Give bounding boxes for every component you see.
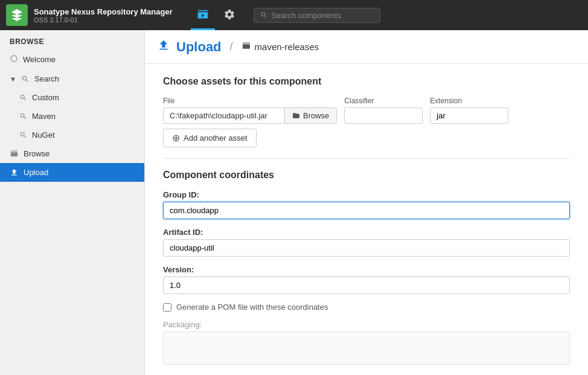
- chevron-down-icon: ▼: [10, 75, 16, 83]
- file-field-group: File C:\fakepath\cloudapp-util.jar Brows…: [163, 97, 337, 124]
- sidebar-item-custom-label: Custom: [32, 93, 59, 102]
- sidebar-item-upload-label: Upload: [24, 168, 48, 177]
- coordinates-section-title: Component coordinates: [163, 170, 570, 181]
- sidebar-item-nuget-label: NuGet: [32, 130, 55, 139]
- search-custom-icon: [19, 94, 27, 101]
- repo-breadcrumb: maven-releases: [241, 41, 319, 53]
- browse-nav-button[interactable]: [191, 0, 215, 30]
- generate-pom-label: Generate a POM file with these coordinat…: [176, 303, 328, 312]
- repo-icon: [241, 41, 251, 53]
- assets-section-title: Choose assets for this component: [163, 76, 570, 87]
- top-bar-icons: [191, 0, 241, 30]
- plus-icon: ⊕: [172, 132, 180, 144]
- browse-icon: [10, 149, 19, 158]
- app-title: Sonatype Nexus Repository Manager: [34, 7, 173, 16]
- browse-button[interactable]: Browse: [284, 108, 336, 123]
- file-input-row: C:\fakepath\cloudapp-util.jar Browse: [163, 107, 337, 124]
- extension-field-group: Extension: [430, 97, 508, 124]
- sidebar-item-welcome-label: Welcome: [23, 55, 56, 64]
- search-input[interactable]: [271, 11, 373, 20]
- divider: [163, 158, 570, 159]
- extension-label: Extension: [430, 97, 508, 105]
- add-another-asset-button[interactable]: ⊕ Add another asset: [163, 129, 257, 147]
- sidebar: Browse Welcome ▼ Search: [0, 30, 145, 375]
- search-maven-icon: [19, 112, 27, 120]
- search-icon: [260, 11, 268, 19]
- main-content: Upload / maven-releases Choose assets fo…: [145, 30, 588, 375]
- sidebar-item-maven[interactable]: Maven: [10, 107, 144, 126]
- sidebar-item-maven-label: Maven: [32, 112, 56, 121]
- file-label: File: [163, 97, 337, 105]
- asset-row: File C:\fakepath\cloudapp-util.jar Brows…: [163, 97, 570, 124]
- form-area: Choose assets for this component File C:…: [145, 64, 588, 375]
- extension-input[interactable]: [430, 107, 508, 124]
- folder-icon: [292, 112, 300, 120]
- generate-pom-checkbox[interactable]: [163, 303, 171, 312]
- app-title-block: Sonatype Nexus Repository Manager OSS 3.…: [34, 7, 173, 24]
- file-path-value: C:\fakepath\cloudapp-util.jar: [164, 108, 284, 123]
- sidebar-item-custom[interactable]: Custom: [10, 88, 144, 107]
- sidebar-search-children: Custom Maven NuGet: [0, 88, 144, 144]
- settings-nav-button[interactable]: [217, 0, 241, 30]
- sidebar-item-search[interactable]: ▼ Search: [0, 69, 144, 88]
- breadcrumb-separator: /: [230, 40, 233, 53]
- search-nav-icon: [21, 75, 30, 83]
- circle-icon: [10, 54, 18, 65]
- repo-name: maven-releases: [255, 42, 319, 52]
- artifact-id-input[interactable]: [163, 239, 570, 257]
- version-field: Version:: [163, 265, 570, 294]
- add-asset-label: Add another asset: [184, 133, 248, 143]
- sidebar-group-search: ▼ Search Custom: [0, 69, 144, 144]
- packaging-row: Packaging:: [163, 320, 570, 365]
- top-bar: Sonatype Nexus Repository Manager OSS 3.…: [0, 0, 588, 30]
- classifier-field-group: Classifier: [344, 97, 423, 124]
- sidebar-item-nuget[interactable]: NuGet: [10, 126, 144, 144]
- sidebar-item-upload[interactable]: Upload: [0, 163, 144, 182]
- main-layout: Browse Welcome ▼ Search: [0, 30, 588, 375]
- app-subtitle: OSS 3.17.0-01: [34, 16, 173, 24]
- app-logo: [6, 4, 28, 26]
- packaging-label: Packaging:: [163, 320, 570, 329]
- version-input[interactable]: [163, 277, 570, 294]
- artifact-id-field: Artifact ID:: [163, 228, 570, 257]
- upload-header-icon: [157, 39, 170, 55]
- browse-btn-label: Browse: [303, 111, 329, 120]
- search-nuget-icon: [19, 131, 27, 139]
- sidebar-item-welcome[interactable]: Welcome: [0, 50, 144, 69]
- sidebar-search-label: Search: [34, 74, 59, 83]
- artifact-id-label: Artifact ID:: [163, 228, 570, 237]
- generate-pom-row: Generate a POM file with these coordinat…: [163, 303, 570, 312]
- group-id-label: Group ID:: [163, 190, 570, 199]
- version-label: Version:: [163, 265, 570, 274]
- packaging-box: [163, 332, 570, 365]
- group-id-field: Group ID:: [163, 190, 570, 219]
- svg-point-0: [11, 56, 17, 62]
- classifier-input[interactable]: [344, 107, 423, 124]
- classifier-label: Classifier: [344, 97, 423, 105]
- search-bar[interactable]: [254, 8, 380, 23]
- page-header: Upload / maven-releases: [145, 30, 588, 64]
- upload-icon: [10, 168, 19, 177]
- sidebar-item-browse[interactable]: Browse: [0, 144, 144, 163]
- sidebar-item-browse-label: Browse: [24, 149, 50, 158]
- sidebar-section-label: Browse: [0, 30, 144, 50]
- group-id-input[interactable]: [163, 202, 570, 219]
- page-title: Upload: [176, 39, 222, 55]
